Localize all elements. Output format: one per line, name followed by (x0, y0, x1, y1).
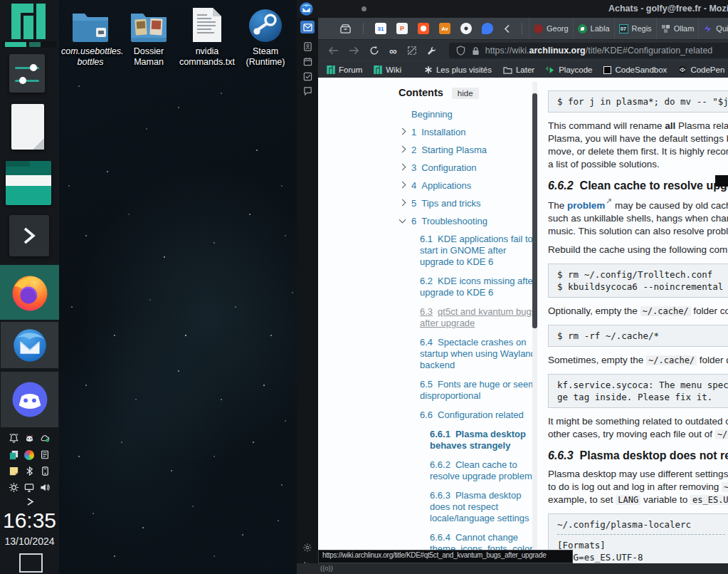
dock-item-discord[interactable] (1, 372, 58, 427)
chevron-right-icon[interactable] (399, 128, 406, 135)
cloud-sync-icon[interactable] (37, 430, 53, 447)
chevron-right-icon[interactable] (399, 182, 406, 189)
desktop-icon-steam[interactable]: Steam (Runtime) (236, 5, 295, 68)
pinned-tab-orange[interactable] (418, 23, 429, 34)
paragraph: Plasma desktop may use different setting… (548, 468, 728, 506)
wrench-icon[interactable] (427, 46, 437, 56)
forward-button[interactable] (349, 46, 359, 55)
bookmark-playcode[interactable]: Playcode (546, 66, 592, 74)
taskbar-segment (5, 42, 26, 47)
toc-link[interactable]: 6.1KDE applications fail to start in GNO… (399, 234, 538, 268)
slider-knob[interactable] (19, 77, 26, 84)
browser-tab[interactable]: Georg (529, 18, 573, 39)
toc-link[interactable]: 6.2KDE icons missing after upgrade to KD… (399, 276, 538, 298)
desktop-icon-bottles[interactable]: com.usebottles.bottles (61, 5, 120, 68)
toc-link[interactable]: 2Starting Plasma (399, 145, 538, 156)
toc-link[interactable]: 6.6Configuration related (399, 409, 538, 421)
bookmark-wiki[interactable]: Wiki (374, 66, 401, 74)
url-bar[interactable]: https://wiki.archlinux.org/title/KDE#Con… (449, 43, 728, 58)
settings-sliders-tile[interactable] (9, 54, 45, 93)
back-button[interactable] (328, 46, 339, 55)
wiki-page: Contentshide Beginning 1Installation 2St… (318, 78, 728, 564)
browser-tab[interactable]: Quick (698, 18, 728, 39)
bookmark-most-visited[interactable]: Les plus visités (424, 66, 492, 74)
problem-link[interactable]: problem (567, 200, 605, 211)
bookmark-codesandbox[interactable]: CodeSandbox (603, 66, 667, 74)
space-mail-button[interactable] (300, 21, 315, 33)
slider-knob[interactable] (30, 64, 37, 71)
desktop-icon-nvidia-commands[interactable]: nvidiacommands.txt (178, 5, 236, 68)
clock-time[interactable]: 16:35 (0, 508, 59, 533)
toc-link[interactable]: 6.6.3Plasma desktop does not respect loc… (399, 490, 538, 524)
slider-track (15, 80, 39, 82)
discord-tray-icon[interactable] (21, 430, 37, 447)
toc-link[interactable]: 3Configuration (399, 162, 538, 174)
desktop-icon-dossier-maman[interactable]: Dossier Maman (120, 5, 178, 68)
taskbar-widget[interactable] (2, 41, 56, 48)
tray-expand-chevron[interactable] (0, 497, 59, 506)
tab-scroll-left-icon[interactable] (504, 24, 510, 33)
space-calendar-button[interactable] (300, 55, 315, 68)
toc-scrollbar[interactable] (532, 82, 537, 552)
titlebar-dot (362, 6, 366, 11)
chevron-right-icon[interactable] (399, 199, 406, 207)
browser-tab[interactable]: Labla (573, 18, 614, 39)
space-chat-button[interactable] (300, 84, 315, 97)
toc-link[interactable]: 5Tips and tricks (399, 198, 538, 209)
toc-link-current[interactable]: 6.6.1Plasma desktop behaves strangely (399, 429, 538, 452)
notes-icon[interactable] (37, 447, 53, 463)
toc-link[interactable]: 6.4Spectacle crashes on startup when usi… (399, 337, 538, 371)
kdeconnect-icon[interactable] (37, 463, 53, 479)
toc-link[interactable]: Beginning (399, 109, 538, 120)
bookmark-codepen[interactable]: CodePen (678, 66, 724, 74)
toc-link[interactable]: 1Installation (399, 127, 538, 138)
pinned-tab-calendar[interactable]: 31 (375, 23, 386, 34)
document-tile[interactable] (11, 104, 44, 150)
firefox-view-icon[interactable] (339, 24, 352, 34)
toc-title: Contents (399, 87, 443, 98)
toc-link[interactable]: 6.5Fonts are huge or seem disproportiona… (399, 379, 538, 402)
clock-date[interactable]: 13/10/2024 (0, 536, 59, 547)
toc-hide-button[interactable]: hide (452, 88, 479, 99)
scrollbar-thumb[interactable] (715, 175, 728, 187)
bookmark-later[interactable]: Later (503, 66, 534, 74)
space-addressbook-button[interactable] (300, 40, 315, 53)
pinned-tab-p[interactable]: P (396, 23, 408, 34)
toc-link-hovered[interactable]: 6.3qt5ct and kvantum bugs after upgrade (399, 306, 538, 329)
settings-gear-icon[interactable] (300, 541, 315, 554)
reload-button[interactable] (369, 46, 379, 56)
toc-link[interactable]: 4Applications (399, 180, 538, 192)
folder-tile[interactable] (6, 161, 51, 205)
terminal-tile[interactable] (9, 215, 49, 256)
volume-icon[interactable] (37, 479, 53, 496)
show-desktop-button[interactable] (19, 553, 43, 573)
display-layout-icon[interactable] (21, 479, 37, 496)
notifications-bell-icon[interactable] (6, 430, 21, 447)
chevron-right-icon[interactable] (399, 146, 406, 153)
toc-scrollbar-thumb[interactable] (532, 93, 537, 328)
slider-track (15, 67, 39, 69)
browser-tab[interactable]: 07 Regis (614, 18, 656, 39)
bookmark-forum[interactable]: Forum (327, 66, 362, 74)
dock-item-firefox[interactable] (0, 265, 59, 320)
tab-favicon: 07 (619, 24, 628, 33)
browser-tab[interactable]: Ollam (656, 18, 699, 39)
space-tasks-button[interactable] (300, 70, 315, 83)
brightness-icon[interactable] (6, 479, 21, 496)
pinned-tab-chat[interactable] (482, 23, 493, 34)
toc-link[interactable]: 6Troubleshooting (399, 216, 538, 227)
bluetooth-icon[interactable] (21, 463, 37, 479)
chevron-down-icon[interactable] (399, 216, 406, 224)
tab-label: Quick (716, 24, 728, 33)
toc-link[interactable]: 6.6.2Clean cache to resolve upgrade prob… (399, 459, 538, 482)
extension-infinity-icon[interactable]: ∞ (389, 45, 397, 57)
clipboard-copy-icon[interactable] (6, 447, 21, 463)
pinned-tab-av[interactable]: Av (439, 23, 450, 34)
manjaro-logo-icon[interactable] (11, 4, 46, 39)
extension-screenshot-icon[interactable] (407, 46, 417, 56)
color-wheel-icon[interactable] (21, 447, 37, 463)
pinned-tab-disc[interactable] (460, 23, 472, 34)
chevron-right-icon[interactable] (399, 164, 406, 171)
sticky-note-icon[interactable] (6, 463, 21, 479)
dock-item-thunderbird[interactable] (1, 322, 58, 368)
